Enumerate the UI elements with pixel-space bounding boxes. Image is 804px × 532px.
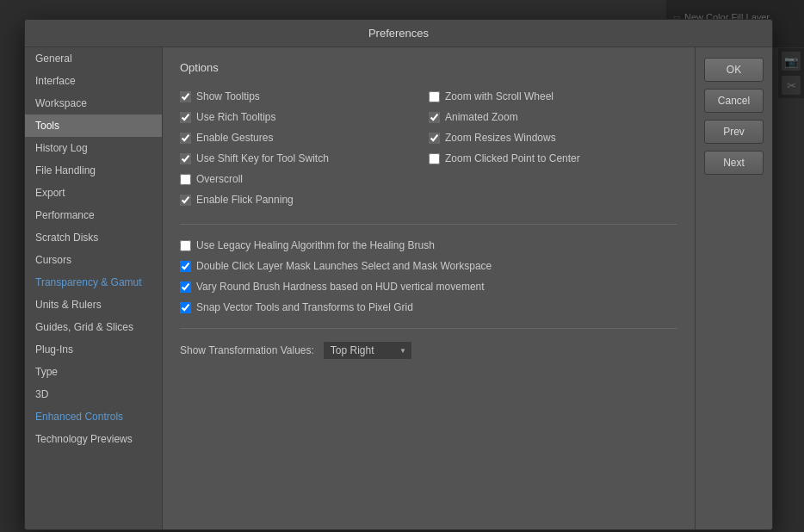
transformation-select-wrapper[interactable]: Top Right Top Left Bottom Right Bottom L… bbox=[323, 341, 412, 360]
sidebar-item-plug-ins[interactable]: Plug-Ins bbox=[25, 338, 162, 361]
options-title: Options bbox=[180, 61, 677, 74]
right-column: Zoom with Scroll Wheel Animated Zoom Zoo… bbox=[429, 86, 677, 210]
transformation-label: Show Transformation Values: bbox=[180, 344, 314, 356]
left-column: Show Tooltips Use Rich Tooltips Enable G… bbox=[180, 86, 429, 210]
divider-2 bbox=[180, 328, 677, 329]
sidebar-item-transparency-gamut[interactable]: Transparency & Gamut bbox=[25, 271, 162, 294]
checkbox-vary-round-brush-label: Vary Round Brush Hardness based on HUD v… bbox=[196, 281, 485, 293]
sidebar-item-general[interactable]: General bbox=[25, 47, 162, 70]
checkbox-animated-zoom-label: Animated Zoom bbox=[445, 111, 518, 123]
sidebar-item-export[interactable]: Export bbox=[25, 182, 162, 204]
checkbox-zoom-clicked-point[interactable]: Zoom Clicked Point to Center bbox=[429, 148, 677, 169]
next-button[interactable]: Next bbox=[704, 151, 764, 175]
checkbox-snap-vector-tools-label: Snap Vector Tools and Transforms to Pixe… bbox=[196, 301, 413, 313]
checkbox-vary-round-brush[interactable]: Vary Round Brush Hardness based on HUD v… bbox=[180, 276, 677, 297]
sidebar-item-workspace[interactable]: Workspace bbox=[25, 92, 162, 114]
preferences-dialog: Preferences GeneralInterfaceWorkspaceToo… bbox=[24, 19, 773, 530]
sidebar-item-enhanced-controls[interactable]: Enhanced Controls bbox=[25, 405, 162, 428]
checkbox-enable-flick-panning[interactable]: Enable Flick Panning bbox=[180, 189, 429, 210]
checkbox-enable-flick-panning-label: Enable Flick Panning bbox=[196, 194, 294, 206]
checkbox-enable-gestures[interactable]: Enable Gestures bbox=[180, 127, 429, 148]
checkbox-zoom-scroll-wheel[interactable]: Zoom with Scroll Wheel bbox=[429, 86, 677, 107]
checkbox-animated-zoom[interactable]: Animated Zoom bbox=[429, 107, 677, 127]
checkbox-use-shift-key-label: Use Shift Key for Tool Switch bbox=[196, 152, 329, 164]
dialog-title: Preferences bbox=[25, 20, 772, 47]
sidebar-item-type[interactable]: Type bbox=[25, 361, 162, 383]
checkbox-overscroll[interactable]: Overscroll bbox=[180, 169, 429, 189]
checkbox-overscroll-label: Overscroll bbox=[196, 173, 243, 185]
sidebar-item-technology-previews[interactable]: Technology Previews bbox=[25, 428, 162, 450]
sidebar-item-scratch-disks[interactable]: Scratch Disks bbox=[25, 226, 162, 249]
checkbox-enable-gestures-label: Enable Gestures bbox=[196, 132, 273, 144]
sidebar: GeneralInterfaceWorkspaceToolsHistory Lo… bbox=[25, 47, 163, 529]
checkbox-use-legacy-healing-label: Use Legacy Healing Algorithm for the Hea… bbox=[196, 239, 435, 251]
sidebar-item-file-handling[interactable]: File Handling bbox=[25, 159, 162, 182]
transformation-row: Show Transformation Values: Top Right To… bbox=[180, 341, 677, 360]
checkbox-use-legacy-healing[interactable]: Use Legacy Healing Algorithm for the Hea… bbox=[180, 235, 677, 256]
checkbox-use-rich-tooltips-label: Use Rich Tooltips bbox=[196, 111, 275, 123]
checkbox-double-click-layer-label: Double Click Layer Mask Launches Select … bbox=[196, 260, 492, 272]
sidebar-item-guides-grid[interactable]: Guides, Grid & Slices bbox=[25, 316, 162, 338]
ok-button[interactable]: OK bbox=[704, 58, 764, 82]
main-content: Options Show Tooltips Use Rich Tooltips … bbox=[163, 47, 695, 529]
checkbox-use-rich-tooltips[interactable]: Use Rich Tooltips bbox=[180, 107, 429, 127]
prev-button[interactable]: Prev bbox=[704, 120, 764, 144]
sidebar-item-units-rulers[interactable]: Units & Rulers bbox=[25, 294, 162, 316]
sidebar-item-interface[interactable]: Interface bbox=[25, 70, 162, 92]
sidebar-item-3d[interactable]: 3D bbox=[25, 383, 162, 405]
sidebar-item-cursors[interactable]: Cursors bbox=[25, 249, 162, 271]
checkbox-show-tooltips[interactable]: Show Tooltips bbox=[180, 86, 429, 107]
divider bbox=[180, 224, 677, 225]
cancel-button[interactable]: Cancel bbox=[704, 89, 764, 113]
checkbox-show-tooltips-label: Show Tooltips bbox=[196, 90, 260, 102]
checkbox-zoom-resizes-windows-label: Zoom Resizes Windows bbox=[445, 132, 556, 144]
checkbox-zoom-scroll-wheel-label: Zoom with Scroll Wheel bbox=[445, 90, 554, 102]
checkbox-zoom-clicked-point-label: Zoom Clicked Point to Center bbox=[445, 152, 580, 164]
dialog-body: GeneralInterfaceWorkspaceToolsHistory Lo… bbox=[25, 47, 772, 529]
sidebar-item-tools[interactable]: Tools bbox=[25, 114, 162, 137]
sidebar-item-history-log[interactable]: History Log bbox=[25, 137, 162, 159]
options-grid: Show Tooltips Use Rich Tooltips Enable G… bbox=[180, 86, 677, 210]
transformation-select[interactable]: Top Right Top Left Bottom Right Bottom L… bbox=[323, 341, 412, 360]
button-panel: OK Cancel Prev Next bbox=[695, 47, 772, 529]
checkbox-zoom-resizes-windows[interactable]: Zoom Resizes Windows bbox=[429, 127, 677, 148]
checkbox-snap-vector-tools[interactable]: Snap Vector Tools and Transforms to Pixe… bbox=[180, 297, 677, 318]
checkbox-use-shift-key[interactable]: Use Shift Key for Tool Switch bbox=[180, 148, 429, 169]
checkbox-double-click-layer[interactable]: Double Click Layer Mask Launches Select … bbox=[180, 256, 677, 276]
sidebar-item-performance[interactable]: Performance bbox=[25, 204, 162, 226]
